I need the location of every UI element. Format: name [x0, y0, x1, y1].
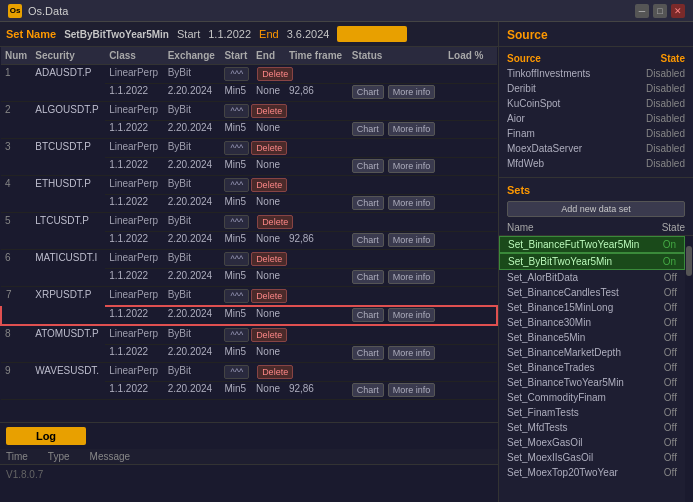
log-button[interactable]: Log — [6, 427, 86, 445]
caret-button[interactable]: ^^^ — [224, 141, 249, 155]
window-controls: ─ □ ✕ — [635, 4, 685, 18]
cell-exchange: ByBit — [164, 102, 221, 121]
set-row[interactable]: Set_FinamTests Off — [499, 405, 685, 420]
delete-button[interactable]: Delete — [251, 252, 287, 266]
chart-button[interactable]: Chart — [352, 122, 384, 136]
caret-button[interactable]: ^^^ — [224, 289, 249, 303]
cell-timeframe: Min5 — [220, 232, 252, 250]
scrollbar-track[interactable] — [685, 236, 693, 502]
set-name: Set_BinanceTrades — [507, 362, 594, 373]
sets-inner: Set_BinanceFutTwoYear5Min On Set_ByBitTw… — [499, 236, 685, 502]
more-info-button[interactable]: More info — [388, 383, 436, 397]
maximize-button[interactable]: □ — [653, 4, 667, 18]
source-row[interactable]: TinkoffInvestments Disabled — [499, 66, 693, 81]
set-row[interactable]: Set_BinanceTrades Off — [499, 360, 685, 375]
set-row[interactable]: Set_Binance30Min Off — [499, 315, 685, 330]
cell-class: LinearPerp — [105, 139, 164, 158]
source-title: Source — [499, 22, 693, 47]
chart-button[interactable]: Chart — [352, 159, 384, 173]
set-row[interactable]: Set_MoexIIsGasOil Off — [499, 450, 685, 465]
set-row[interactable]: Set_Binance5Min Off — [499, 330, 685, 345]
more-info-button[interactable]: More info — [388, 233, 436, 247]
set-by-bit-label: SetByBitTwoYear5Min — [64, 29, 169, 40]
set-row[interactable]: Set_CommodityFinam Off — [499, 390, 685, 405]
set-name: Set_BinanceCandlesTest — [507, 287, 619, 298]
chart-button[interactable]: Chart — [352, 346, 384, 360]
caret-button[interactable]: ^^^ — [224, 67, 249, 81]
chart-button[interactable]: Chart — [352, 85, 384, 99]
more-info-button[interactable]: More info — [388, 270, 436, 284]
chart-button[interactable]: Chart — [352, 270, 384, 284]
delete-button[interactable]: Delete — [251, 178, 287, 192]
set-name: Set_MoexIIsGasOil — [507, 452, 593, 463]
caret-button[interactable]: ^^^ — [224, 365, 249, 379]
set-row[interactable]: Set_BinanceTwoYear5Min Off — [499, 375, 685, 390]
set-row[interactable]: Set_MoexGasOil Off — [499, 435, 685, 450]
set-row[interactable]: Set_BinanceMarketDepth Off — [499, 345, 685, 360]
cell-status: None — [252, 84, 285, 102]
set-name: Set_BinanceTwoYear5Min — [507, 377, 624, 388]
delete-button[interactable]: Delete — [257, 67, 293, 81]
source-name: Finam — [507, 128, 535, 139]
source-row[interactable]: KuCoinSpot Disabled — [499, 96, 693, 111]
scrollbar-thumb[interactable] — [686, 246, 692, 276]
delete-button[interactable]: Delete — [251, 328, 287, 342]
chart-button[interactable]: Chart — [352, 308, 384, 322]
caret-button[interactable]: ^^^ — [224, 104, 249, 118]
set-state: On — [663, 256, 676, 267]
version-label: V1.8.0.7 — [0, 465, 498, 484]
set-row[interactable]: Set_MoexTop20TwoYear Off — [499, 465, 685, 480]
sets-col-name: Name — [507, 222, 534, 233]
cell-num: 1 — [1, 65, 31, 102]
caret-button[interactable]: ^^^ — [224, 215, 249, 229]
source-row[interactable]: Aior Disabled — [499, 111, 693, 126]
more-info-button[interactable]: More info — [388, 196, 436, 210]
source-row[interactable]: MfdWeb Disabled — [499, 156, 693, 171]
chart-button[interactable]: Chart — [352, 383, 384, 397]
source-row[interactable]: MoexDataServer Disabled — [499, 141, 693, 156]
table-row: 7 XRPUSDT.P LinearPerp ByBit ^^^ Delete — [1, 287, 497, 307]
set-row[interactable]: Set_Binance15MinLong Off — [499, 300, 685, 315]
set-row[interactable]: Set_ByBitTwoYear5Min On — [499, 253, 685, 270]
set-row[interactable]: Set_MfdTests Off — [499, 420, 685, 435]
cell-start: 1.1.2022 — [105, 121, 164, 139]
orange-indicator — [337, 26, 407, 42]
chart-button[interactable]: Chart — [352, 233, 384, 247]
cell-class: LinearPerp — [105, 65, 164, 84]
cell-start: 1.1.2022 — [105, 232, 164, 250]
cell-actions-top: ^^^ Delete — [220, 102, 488, 121]
set-row[interactable]: Set_BinanceFutTwoYear5Min On — [499, 236, 685, 253]
source-state: Disabled — [646, 128, 685, 139]
caret-button[interactable]: ^^^ — [224, 328, 249, 342]
source-row[interactable]: Finam Disabled — [499, 126, 693, 141]
delete-button[interactable]: Delete — [251, 289, 287, 303]
more-info-button[interactable]: More info — [388, 308, 436, 322]
source-name: TinkoffInvestments — [507, 68, 590, 79]
caret-button[interactable]: ^^^ — [224, 252, 249, 266]
delete-button[interactable]: Delete — [251, 104, 287, 118]
more-info-button[interactable]: More info — [388, 159, 436, 173]
cell-exchange: ByBit — [164, 139, 221, 158]
add-set-button[interactable]: Add new data set — [507, 201, 685, 217]
more-info-button[interactable]: More info — [388, 346, 436, 360]
source-state: Disabled — [646, 98, 685, 109]
cell-actions-top: ^^^ Delete — [220, 176, 488, 195]
close-button[interactable]: ✕ — [671, 4, 685, 18]
delete-button[interactable]: Delete — [251, 141, 287, 155]
chart-button[interactable]: Chart — [352, 196, 384, 210]
delete-button[interactable]: Delete — [257, 365, 293, 379]
set-row[interactable]: Set_AlorBitData Off — [499, 270, 685, 285]
more-info-button[interactable]: More info — [388, 122, 436, 136]
source-state: Disabled — [646, 113, 685, 124]
cell-name: ADAUSDT.P — [31, 65, 105, 102]
set-row[interactable]: Set_BinanceCandlesTest Off — [499, 285, 685, 300]
minimize-button[interactable]: ─ — [635, 4, 649, 18]
cell-name: WAVESUSDT. — [31, 363, 105, 400]
cell-actions-top: ^^^ Delete — [220, 65, 488, 84]
more-info-button[interactable]: More info — [388, 85, 436, 99]
source-row[interactable]: Deribit Disabled — [499, 81, 693, 96]
delete-button[interactable]: Delete — [257, 215, 293, 229]
cell-start: 1.1.2022 — [105, 158, 164, 176]
caret-button[interactable]: ^^^ — [224, 178, 249, 192]
col-status: Status — [348, 47, 444, 65]
